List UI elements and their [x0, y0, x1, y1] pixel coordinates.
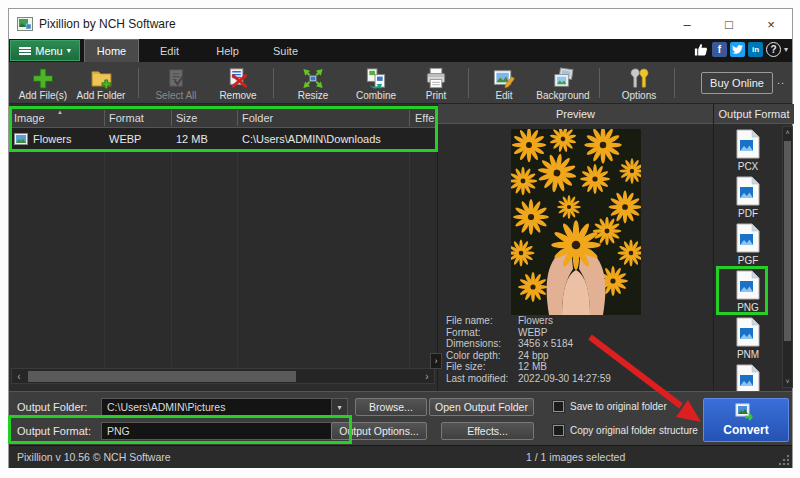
toolbar: Add File(s) Add Folder Select All Remove — [9, 62, 792, 104]
help-icon[interactable]: ? — [766, 42, 781, 57]
copy-structure-checkbox[interactable] — [553, 425, 564, 436]
file-info: File name:Flowers Format:WEBP Dimensions… — [446, 315, 611, 384]
resize-grip[interactable] — [779, 455, 789, 465]
edit-button[interactable]: Edit — [478, 65, 530, 103]
format-item-pgf[interactable]: PGF — [714, 223, 782, 266]
output-format-title: Output Format — [714, 104, 794, 124]
options-icon — [610, 65, 668, 90]
convert-icon — [735, 403, 757, 421]
select-all-button[interactable]: Select All — [149, 65, 203, 103]
save-original-label: Save to original folder — [570, 401, 667, 412]
toolbar-overflow-button[interactable]: .. — [777, 74, 785, 86]
linkedin-icon[interactable]: in — [748, 42, 763, 57]
column-folder[interactable]: Folder — [242, 108, 273, 128]
close-button[interactable]: × — [750, 9, 792, 39]
tab-edit[interactable]: Edit — [142, 39, 197, 62]
select-all-icon — [149, 65, 203, 90]
scroll-right-icon[interactable]: › — [420, 371, 434, 382]
add-files-button[interactable]: Add File(s) — [15, 65, 71, 103]
minimize-button[interactable]: – — [666, 9, 708, 39]
browse-button[interactable]: Browse... — [355, 398, 427, 416]
window-title: Pixillion by NCH Software — [39, 17, 176, 31]
open-output-folder-button[interactable]: Open Output Folder — [429, 398, 534, 416]
app-icon — [17, 17, 33, 31]
app-window: Pixillion by NCH Software – □ × Menu ▾ H… — [8, 8, 793, 468]
output-format-label: Output Format: — [17, 425, 91, 437]
print-button[interactable]: Print — [410, 65, 462, 103]
cell-image: Flowers — [33, 133, 72, 145]
output-format-combo[interactable]: PNG ▾ — [101, 422, 348, 440]
background-button[interactable]: Background — [530, 65, 596, 103]
format-item-pnm[interactable]: PNM — [714, 317, 782, 360]
effects-button[interactable]: Effects... — [441, 422, 534, 440]
info-color-depth: 24 bpp — [518, 350, 549, 362]
table-row[interactable]: Flowers WEBP 12 MB C:\Users\ADMIN\Downlo… — [9, 128, 438, 150]
hamburger-icon — [19, 47, 31, 55]
cell-size: 12 MB — [176, 133, 208, 145]
status-bar: Pixillion v 10.56 © NCH Software 1 / 1 i… — [9, 445, 792, 468]
version-text: Pixillion v 10.56 © NCH Software — [17, 451, 171, 463]
column-size[interactable]: Size — [176, 108, 197, 128]
add-folder-button[interactable]: Add Folder — [71, 65, 131, 103]
edit-icon — [478, 65, 530, 90]
menu-bar: Menu ▾ Home Edit Help Suite f in ? ▾ — [9, 39, 792, 62]
format-item-partial[interactable] — [714, 364, 782, 391]
format-item-pcx[interactable]: PCX — [714, 129, 782, 172]
menu-button-label: Menu — [35, 45, 63, 57]
resize-icon — [284, 65, 342, 90]
resize-button[interactable]: Resize — [284, 65, 342, 103]
combine-icon — [346, 65, 406, 90]
output-options-button[interactable]: Output Options... — [331, 422, 427, 440]
tab-home[interactable]: Home — [84, 39, 139, 62]
help-caret-icon: ▾ — [784, 45, 788, 54]
main-area: Image ▲ Format Size Folder Effe — [9, 104, 792, 391]
format-item-pdf[interactable]: PDF — [714, 176, 782, 219]
copy-structure-label: Copy original folder structure — [570, 425, 698, 436]
output-folder-combo[interactable]: C:\Users\ADMIN\Pictures ▾ — [101, 398, 348, 416]
maximize-button[interactable]: □ — [708, 9, 750, 39]
file-list-panel: Image ▲ Format Size Folder Effe — [9, 104, 438, 391]
column-effects[interactable]: Effe — [415, 108, 434, 128]
combine-button[interactable]: Combine — [346, 65, 406, 103]
vertical-scrollbar[interactable]: ˄ ˅ — [782, 126, 793, 388]
scroll-left-icon[interactable]: ‹ — [12, 371, 26, 382]
info-dimensions: 3456 x 5184 — [518, 338, 573, 350]
table-header: Image ▲ Format Size Folder Effe — [9, 108, 438, 128]
format-item-png[interactable]: PNG — [714, 270, 782, 313]
tab-help[interactable]: Help — [200, 39, 255, 62]
preview-image — [511, 129, 641, 315]
scroll-up-icon[interactable]: ˄ — [783, 129, 792, 136]
preview-panel: Preview — [438, 104, 713, 391]
sort-asc-icon: ▲ — [57, 109, 63, 115]
info-last-modified: 2022-09-30 14:27:59 — [518, 373, 611, 385]
save-original-checkbox[interactable] — [553, 401, 564, 412]
output-controls: Output Folder: C:\Users\ADMIN\Pictures ▾… — [9, 391, 792, 445]
horizontal-scrollbar[interactable]: ‹ › — [11, 368, 435, 384]
options-button[interactable]: Options — [610, 65, 668, 103]
tab-suite[interactable]: Suite — [258, 39, 313, 62]
combo-arrow-icon[interactable]: ▾ — [331, 399, 347, 415]
column-format[interactable]: Format — [109, 108, 144, 128]
menu-button[interactable]: Menu ▾ — [10, 40, 80, 61]
scrollbar-thumb[interactable] — [784, 141, 791, 341]
cell-format: WEBP — [109, 133, 141, 145]
cell-folder: C:\Users\ADMIN\Downloads — [242, 133, 381, 145]
background-icon — [530, 65, 596, 90]
remove-button[interactable]: Remove — [211, 65, 265, 103]
format-list: PCX PDF PGF PNG — [714, 124, 782, 391]
preview-title: Preview — [438, 104, 713, 124]
output-format-panel: Output Format PCX PDF PGF — [713, 104, 794, 391]
convert-button[interactable]: Convert — [703, 398, 789, 442]
scrollbar-thumb[interactable] — [28, 371, 296, 382]
title-bar: Pixillion by NCH Software – □ × — [9, 9, 792, 39]
buy-online-button[interactable]: Buy Online — [701, 72, 773, 94]
scroll-down-icon[interactable]: ˅ — [783, 378, 792, 385]
twitter-icon[interactable] — [730, 42, 745, 57]
facebook-icon[interactable]: f — [712, 42, 727, 57]
add-folder-icon — [71, 65, 131, 90]
column-image[interactable]: Image — [14, 108, 45, 128]
info-file-name: Flowers — [518, 315, 553, 327]
panel-expander-button[interactable]: › — [430, 353, 442, 369]
info-format: WEBP — [518, 327, 547, 339]
thumbs-up-icon[interactable] — [693, 42, 709, 57]
